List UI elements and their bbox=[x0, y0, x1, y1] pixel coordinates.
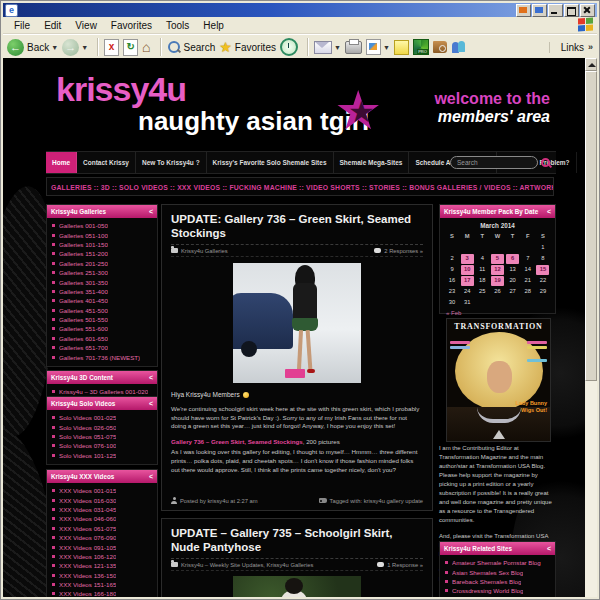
back-button[interactable]: ← Back ▼ bbox=[7, 39, 58, 56]
share-icon[interactable]: < bbox=[149, 371, 153, 384]
nav-item[interactable]: Contact Krissy bbox=[77, 152, 136, 173]
acdsee-button[interactable] bbox=[413, 39, 429, 55]
share-icon[interactable]: < bbox=[547, 205, 551, 218]
notes-button[interactable] bbox=[394, 40, 409, 55]
sidebar-link[interactable]: Galleries 051-100 bbox=[50, 230, 154, 239]
sidebar-link[interactable]: XXX Videos 151-165 bbox=[50, 580, 154, 589]
home-button[interactable]: ⌂ bbox=[142, 40, 150, 54]
print-button[interactable] bbox=[345, 41, 362, 54]
forward-dropdown-icon[interactable]: ▼ bbox=[81, 44, 88, 51]
search-button[interactable]: Search bbox=[167, 40, 216, 54]
sidebar-link[interactable]: XXX Videos 061-075 bbox=[50, 524, 154, 533]
share-icon[interactable]: < bbox=[149, 397, 153, 410]
menu-item[interactable]: Favorites bbox=[104, 20, 159, 31]
favorites-button[interactable]: ★ Favorites bbox=[219, 40, 276, 54]
maximize-button[interactable] bbox=[564, 4, 579, 17]
calendar-day[interactable]: 17 bbox=[461, 276, 474, 286]
messenger-button[interactable] bbox=[451, 40, 467, 54]
search-submit-icon[interactable] bbox=[541, 158, 551, 168]
sidebar-link[interactable]: Galleries 251-300 bbox=[50, 268, 154, 277]
article-title[interactable]: UPDATE: Gallery 736 – Green Skirt, Seame… bbox=[171, 212, 423, 240]
sidebar-link[interactable]: XXX Videos 106-120 bbox=[50, 552, 154, 561]
links-bar[interactable]: Links » bbox=[549, 42, 593, 53]
related-site-link[interactable]: Cute Shemale Video Blog bbox=[443, 596, 552, 597]
calendar-day[interactable]: 10 bbox=[461, 265, 474, 275]
nav-item[interactable]: Home bbox=[46, 152, 77, 173]
share-icon[interactable]: < bbox=[547, 542, 551, 555]
menu-item[interactable]: Edit bbox=[37, 20, 68, 31]
edit-dropdown-icon[interactable]: ▼ bbox=[383, 44, 390, 51]
related-site-link[interactable]: Bareback Shemales Blog bbox=[443, 577, 552, 586]
sidebar-link[interactable]: Galleries 451-500 bbox=[50, 306, 154, 315]
titlebar-extra-button-2[interactable] bbox=[532, 4, 547, 17]
transformation-magazine-cover[interactable]: TRANSFORMATION Lady Bunny Wigs Out! bbox=[446, 318, 551, 442]
sidebar-link[interactable]: XXX Videos 031-045 bbox=[50, 505, 154, 514]
sidebar-link[interactable]: Krissy4u – 3D Galleries 001-020 bbox=[50, 387, 154, 396]
article-photo-green-skirt[interactable] bbox=[233, 263, 361, 383]
article-category[interactable]: Krissy4u – Weekly Site Updates, Krissy4u… bbox=[181, 562, 313, 568]
share-icon[interactable]: < bbox=[149, 205, 153, 218]
search-input[interactable] bbox=[450, 156, 538, 169]
menu-item[interactable]: Help bbox=[196, 20, 231, 31]
research-button[interactable] bbox=[433, 41, 447, 53]
minimize-button[interactable] bbox=[548, 4, 563, 17]
nav-item[interactable]: New To Krissy4u ? bbox=[136, 152, 207, 173]
sidebar-link[interactable]: XXX Videos 001-015 bbox=[50, 486, 154, 495]
scroll-up-button[interactable] bbox=[585, 58, 597, 71]
calendar-prev-month-link[interactable]: « Feb bbox=[446, 310, 555, 316]
sidebar-link[interactable]: Galleries 301-350 bbox=[50, 277, 154, 286]
links-chevron-icon[interactable]: » bbox=[588, 42, 593, 52]
mail-button[interactable]: ▼ bbox=[314, 41, 341, 54]
sidebar-link[interactable]: Galleries 151-200 bbox=[50, 249, 154, 258]
calendar-day[interactable]: 5 bbox=[491, 254, 504, 264]
sidebar-link[interactable]: Solo Videos 026-050 bbox=[50, 422, 154, 431]
sidebar-link[interactable]: Galleries 101-150 bbox=[50, 240, 154, 249]
site-logo[interactable]: krissy4u bbox=[56, 70, 186, 109]
sidebar-link[interactable]: XXX Videos 016-030 bbox=[50, 495, 154, 504]
sidebar-link[interactable]: Galleries 001-050 bbox=[50, 221, 154, 230]
stop-button[interactable]: x bbox=[104, 39, 119, 56]
sidebar-link[interactable]: Solo Videos 101-125 bbox=[50, 451, 154, 460]
back-dropdown-icon[interactable]: ▼ bbox=[51, 44, 58, 51]
related-site-link[interactable]: Amateur Shemale Pornstar Blog bbox=[443, 558, 552, 567]
tagged-with[interactable]: Tagged with: krissy4u gallery update bbox=[330, 498, 423, 504]
sidebar-link[interactable]: Galleries 401-450 bbox=[50, 296, 154, 305]
calendar-day[interactable]: 12 bbox=[491, 265, 504, 275]
menu-item[interactable]: File bbox=[7, 20, 37, 31]
related-site-link[interactable]: Asian Shemales Sex Blog bbox=[443, 567, 552, 576]
posted-by[interactable]: Posted by krissy4u at 2:27 am bbox=[180, 498, 258, 504]
sidebar-link[interactable]: Galleries 601-650 bbox=[50, 334, 154, 343]
responses-link[interactable]: 1 Response » bbox=[387, 562, 423, 568]
responses-link[interactable]: 2 Responses » bbox=[384, 248, 423, 254]
vertical-scrollbar[interactable] bbox=[585, 58, 597, 597]
sidebar-link[interactable]: XXX Videos 136-150 bbox=[50, 571, 154, 580]
calendar-day[interactable]: 3 bbox=[461, 254, 474, 264]
edit-button[interactable]: ▼ bbox=[366, 39, 390, 55]
sidebar-link[interactable]: Galleries 701-736 (NEWEST) bbox=[50, 352, 154, 361]
sidebar-link[interactable]: Solo Videos 001-025 bbox=[50, 413, 154, 422]
history-button[interactable] bbox=[280, 38, 298, 56]
sidebar-link[interactable]: XXX Videos 076-090 bbox=[50, 533, 154, 542]
sidebar-link[interactable]: XXX Videos 046-060 bbox=[50, 514, 154, 523]
calendar-day[interactable]: 15 bbox=[536, 265, 549, 275]
article-photo-schoolgirl-skirt[interactable] bbox=[233, 576, 361, 597]
article-category[interactable]: Krissy4u Galleries bbox=[181, 248, 228, 254]
sidebar-link[interactable]: Galleries 201-250 bbox=[50, 259, 154, 268]
title-bar[interactable]: e bbox=[3, 3, 597, 17]
close-button[interactable] bbox=[580, 4, 595, 17]
sidebar-link[interactable]: Galleries 651-700 bbox=[50, 343, 154, 352]
scrollbar-thumb[interactable] bbox=[585, 71, 597, 381]
menu-item[interactable]: View bbox=[68, 20, 104, 31]
sidebar-link[interactable]: XXX Videos 091-105 bbox=[50, 542, 154, 551]
gallery-link[interactable]: Gallery 736 – Green Skirt, Seamed Stocki… bbox=[171, 438, 303, 445]
nav-item[interactable]: Shemale Mega-Sites bbox=[334, 152, 410, 173]
article-title[interactable]: UPDATE – Gallery 735 – Schoolgirl Skirt,… bbox=[171, 526, 423, 554]
sidebar-link[interactable]: Solo Videos 051-075 bbox=[50, 432, 154, 441]
nav-item[interactable]: Krissy's Favorite Solo Shemale Sites bbox=[207, 152, 334, 173]
forward-button[interactable]: → ▼ bbox=[62, 39, 88, 56]
menu-item[interactable]: Tools bbox=[159, 20, 196, 31]
calendar-day[interactable]: 19 bbox=[491, 276, 504, 286]
sidebar-link[interactable]: XXX Videos 166-180 bbox=[50, 589, 154, 597]
titlebar-extra-button-1[interactable] bbox=[516, 4, 531, 17]
calendar-day[interactable]: 6 bbox=[506, 254, 519, 264]
